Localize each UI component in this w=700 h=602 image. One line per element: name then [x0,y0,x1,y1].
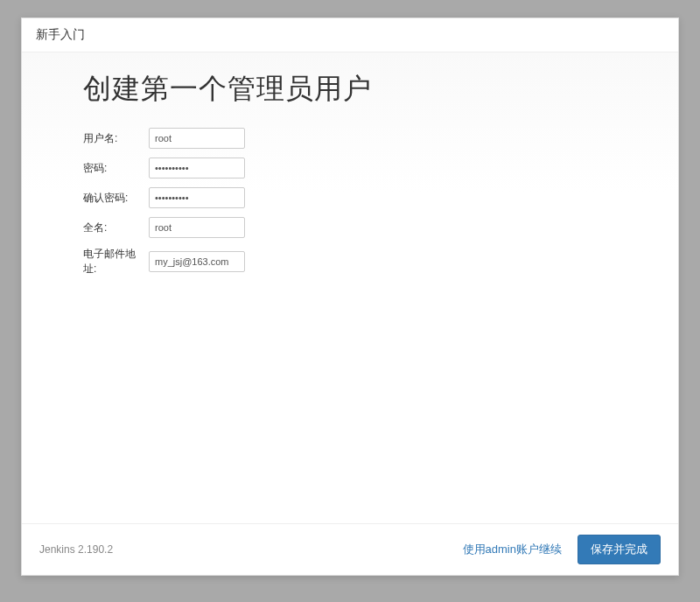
save-and-finish-button[interactable]: 保存并完成 [578,535,661,564]
continue-as-admin-link[interactable]: 使用admin账户继续 [463,542,562,557]
email-input[interactable] [149,251,245,272]
confirm-password-label: 确认密码: [83,191,149,206]
footer-actions: 使用admin账户继续 保存并完成 [463,535,661,564]
fullname-input[interactable] [149,217,245,238]
confirm-password-input[interactable] [149,187,245,208]
email-label: 电子邮件地址: [83,247,149,276]
password-label: 密码: [83,161,149,176]
username-label: 用户名: [83,131,149,146]
form-row-fullname: 全名: [83,217,617,238]
password-input[interactable] [149,158,245,178]
modal-footer: Jenkins 2.190.2 使用admin账户继续 保存并完成 [22,523,678,575]
form-row-password: 密码: [83,158,617,178]
form-row-confirm-password: 确认密码: [83,187,617,208]
form-row-email: 电子邮件地址: [83,247,617,276]
fullname-label: 全名: [83,220,149,235]
modal-title: 新手入门 [36,27,85,41]
version-text: Jenkins 2.190.2 [39,543,113,556]
modal-header: 新手入门 [22,18,678,52]
username-input[interactable] [149,128,245,149]
page-title: 创建第一个管理员用户 [83,70,617,108]
modal-body: 创建第一个管理员用户 用户名: 密码: 确认密码: 全名: 电子邮件地址: [22,52,678,523]
form-row-username: 用户名: [83,128,617,149]
setup-wizard-modal: 新手入门 创建第一个管理员用户 用户名: 密码: 确认密码: 全名: 电子邮件地… [21,18,679,576]
